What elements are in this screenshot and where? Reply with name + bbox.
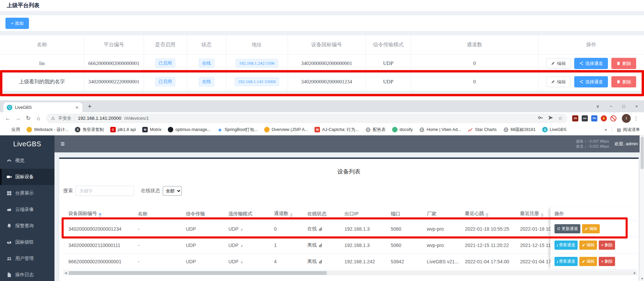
bookmark-item[interactable]: Home | Vben Ad... (419, 127, 461, 132)
edit-button[interactable]: 编辑 (582, 224, 600, 233)
column-header[interactable]: 最近心跳 (460, 207, 515, 221)
delete-button[interactable]: ×删除 (599, 241, 615, 250)
select-channels-button[interactable]: 选择通道 (574, 58, 608, 69)
sidebar-item-cloud[interactable]: 云端录像 (0, 201, 54, 218)
address-bar[interactable]: ⚠ 不安全 192.168.1.141:20000/#/devices/1 ☆ (46, 114, 567, 123)
bookmark-item[interactable]: S免登录复制 (75, 127, 104, 133)
hamburger-menu-icon[interactable]: ≡ (61, 140, 65, 148)
sort-icon[interactable] (99, 213, 101, 217)
scroll-left-arrow[interactable]: ◀ (63, 271, 68, 275)
scroll-down-arrow[interactable]: ▼ (640, 277, 644, 280)
refresh-channels-button[interactable]: 更新通道 (554, 224, 580, 233)
info-icon: i (557, 260, 558, 264)
horizontal-scrollbar[interactable]: ◀ ▶ (63, 271, 637, 275)
column-header: 通道数 (411, 35, 538, 54)
online-filter-select[interactable]: 全部 (163, 186, 182, 196)
cell-stream[interactable]: UDP∨ (223, 237, 269, 253)
bookmark-star-icon[interactable]: ☆ (558, 115, 563, 121)
vertical-scrollbar[interactable]: ▼ (640, 135, 644, 281)
cell-port: 5060 (386, 237, 422, 253)
bookmark-item[interactable]: Webstack - 设计... (27, 127, 68, 133)
bookmark-item[interactable]: iBAJ-Captcha: 行为... (315, 127, 359, 133)
bookmark-item[interactable]: 配色表 (365, 127, 386, 133)
select-channels-button[interactable]: 选择通道 (574, 76, 608, 87)
bookmark-item[interactable]: docsify (392, 127, 413, 132)
bookmark-item[interactable]: MMotrix (142, 127, 161, 132)
scrollbar-thumb[interactable] (641, 137, 644, 169)
actions-column-header: 操作 (554, 207, 637, 221)
fe-extension-icon[interactable]: FE (591, 115, 597, 121)
scrollbar-thumb[interactable] (69, 271, 327, 275)
sidebar-item-camera[interactable]: 国标设备 (0, 169, 54, 185)
status-tag: 在线 (199, 59, 214, 68)
window-maximize-icon[interactable]: □ (623, 104, 625, 109)
back-icon[interactable]: ← (3, 115, 13, 122)
adguard-extension-icon[interactable] (610, 115, 616, 121)
bookmarks-overflow-chevron[interactable]: » (605, 127, 607, 132)
browser-tab[interactable]: Q LiveGBS × (3, 102, 82, 112)
home-icon[interactable]: ⌂ (33, 115, 44, 122)
cell-stream[interactable]: UDP∨ (223, 253, 269, 270)
livegbs-app: LiveGBS 概览国标设备分屏展示云端录像报警查询国标级联用户管理操作日志基础… (0, 135, 644, 281)
sidebar-item-users[interactable]: 用户管理 (0, 250, 54, 267)
cell-status: 在线 (187, 54, 226, 72)
browser-menu-icon[interactable]: ⋮ (631, 115, 641, 121)
bookmark-item[interactable]: 应用 (4, 127, 20, 133)
bookmark-item[interactable]: optimus-manage... (168, 127, 211, 132)
sort-icon[interactable] (290, 213, 293, 217)
view-channels-button[interactable]: i查看通道 (554, 241, 578, 250)
reading-list-button[interactable]: ▤阅读清单 (617, 127, 640, 133)
reload-icon[interactable]: ↻ (23, 115, 33, 122)
view-channels-button[interactable]: i查看通道 (554, 257, 578, 266)
sidebar-item-label: 分屏展示 (15, 190, 34, 196)
column-header[interactable]: 通道数 (269, 207, 302, 221)
sidebar-item-label: 国标级联 (15, 239, 34, 245)
window-minimize-icon[interactable]: − (610, 104, 612, 109)
chevron-down-icon[interactable]: ∨ (241, 244, 243, 248)
window-dropdown-icon[interactable]: ∨ (596, 104, 599, 109)
chevron-down-icon[interactable]: ∨ (241, 228, 243, 231)
sidebar-item-cloud-up[interactable]: 国标级联 (0, 234, 54, 250)
bookmark-item[interactable]: 66国标28181 (503, 127, 536, 133)
robot-extension-icon[interactable]: oo (582, 115, 588, 121)
tab-close-icon[interactable]: × (75, 105, 79, 110)
bookmark-item[interactable]: QLiveGBS (542, 127, 566, 132)
chevron-down-icon[interactable]: ∨ (241, 260, 243, 264)
platform-table: 名称平台编号是否启用状态地址设备国标编号信令传输模式通道数操作 lin66620… (0, 35, 644, 91)
sidebar-item-file[interactable]: 操作日志 (0, 267, 54, 281)
scroll-right-arrow[interactable]: ▶ (632, 271, 637, 275)
grid-icon (6, 191, 12, 196)
sort-icon[interactable] (541, 213, 544, 217)
sidebar-item-grid[interactable]: 分屏展示 (0, 185, 54, 201)
edit-button[interactable]: 编辑 (579, 241, 597, 250)
password-key-icon[interactable] (538, 115, 543, 121)
window-close-icon[interactable]: × (635, 104, 638, 109)
bookmark-item[interactable]: ◈SpringBoot打包... (217, 127, 258, 133)
forward-icon[interactable]: → (13, 115, 23, 122)
cell-stream[interactable]: UDP∨ (223, 221, 269, 237)
sort-icon[interactable] (486, 213, 488, 217)
column-header[interactable]: 设备国标编号 (63, 207, 133, 221)
add-button[interactable]: + 添加 (5, 18, 29, 29)
delete-button[interactable]: ×删除 (599, 257, 615, 266)
send-icon[interactable] (548, 115, 553, 121)
bookmark-item[interactable]: Overview (JSIP A... (264, 127, 308, 132)
sidebar-item-gauge[interactable]: 概览 (0, 152, 54, 169)
delete-button[interactable]: 删除 (611, 58, 636, 69)
gauge-icon (6, 158, 12, 163)
welcome-user[interactable]: 欢迎, admin (614, 141, 638, 147)
bookmark-item[interactable]: Ojdk1.8 api (110, 127, 136, 132)
js-extension-icon[interactable]: JS (572, 115, 578, 121)
bookmark-item[interactable]: Star Charts (468, 127, 497, 132)
edit-button[interactable]: 编辑 (546, 58, 571, 69)
delete-button[interactable]: 删除 (611, 76, 636, 87)
column-header: 名称 (0, 35, 84, 54)
edit-button[interactable]: 编辑 (579, 257, 597, 266)
edit-button[interactable]: 编辑 (546, 77, 571, 87)
sidebar-item-bell[interactable]: 报警查询 (0, 218, 54, 234)
hand-blocker-extension-icon[interactable]: ✋ (601, 115, 607, 121)
profile-avatar[interactable]: I (622, 114, 631, 123)
search-input[interactable] (76, 186, 134, 196)
column-header-label: 最近心跳 (465, 211, 484, 216)
new-tab-button[interactable]: + (88, 103, 92, 110)
